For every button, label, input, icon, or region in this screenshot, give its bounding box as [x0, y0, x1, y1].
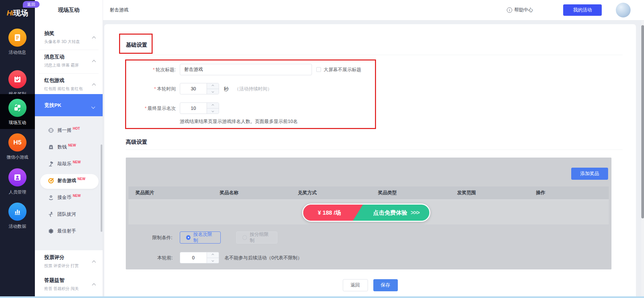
submenu-label: 摇一摇 — [57, 127, 71, 133]
duration-label: *本轮时间 — [104, 86, 176, 92]
new-tag: NEW — [73, 194, 80, 198]
new-tag: NEW — [77, 177, 85, 181]
new-tag: NEW — [68, 143, 76, 147]
add-prize-button[interactable]: 添加奖品 — [571, 168, 608, 180]
submenu-label: 敲敲乐 — [57, 161, 71, 167]
submenu-item-catch-coins[interactable]: 接金币 NEW — [35, 193, 103, 203]
sidebar-group-quiz[interactable]: 答题益智 抢答 答题积分 闯关 — [35, 273, 103, 296]
chevron-up-icon — [93, 282, 95, 288]
group-title: 竞技PK — [44, 102, 61, 109]
rail-label: 人员管理 — [0, 189, 35, 195]
col-prize-image: 奖品图片 — [136, 190, 154, 196]
submenu-item-best-shooter[interactable]: 最佳射手 — [35, 226, 103, 236]
submenu-item-tug-of-war[interactable]: 团队拔河 — [35, 209, 103, 219]
settings-card: 基础设置 *轮次标题: 大屏幕不展示标题 *本轮时间 30 秒 （活动持续时间）… — [104, 24, 636, 298]
group-title: 答题益智 — [44, 277, 96, 284]
rail-item-signup[interactable]: 报名签到 — [0, 70, 35, 97]
sidebar-group-pk-active[interactable]: 竞技PK — [35, 94, 103, 116]
sidebar-group-voting[interactable]: 投票评分 投票 评委评分 打赏 — [35, 250, 103, 273]
stepper-up-button[interactable] — [207, 83, 219, 89]
live-interaction-icon — [8, 99, 26, 117]
final-rank-stepper[interactable]: 10 — [180, 102, 219, 114]
h5-icon-text: H5 — [13, 139, 21, 146]
topbar: 射击游戏 i 帮助中心 我的活动 — [103, 0, 644, 20]
chevron-up-icon — [93, 259, 95, 265]
round-title-input[interactable] — [180, 64, 312, 75]
submenu-label: 最佳射手 — [57, 228, 76, 234]
page-scrollbar[interactable] — [641, 20, 644, 298]
radio-label: 按名次限制 — [194, 231, 215, 244]
back-button[interactable]: 返回 — [343, 279, 368, 291]
promo-price: ¥ 188 /场 — [303, 205, 363, 221]
radio-label: 按分组限制 — [250, 231, 271, 244]
hammer-icon — [48, 161, 54, 167]
required-mark: * — [153, 67, 155, 72]
stepper-up-button[interactable] — [207, 252, 219, 258]
stepper-buttons[interactable] — [207, 252, 219, 263]
col-award-scope: 发奖范围 — [457, 190, 476, 196]
help-center-link[interactable]: i 帮助中心 — [507, 7, 533, 13]
final-rank-label: *最终显示名次 — [104, 105, 176, 112]
group-subtitle: 抢答 答题积分 闯关 — [44, 286, 96, 292]
required-mark: * — [154, 86, 156, 91]
stepper-up-button[interactable] — [207, 103, 219, 109]
limit-by-rank-radio[interactable]: 按名次限制 — [180, 231, 221, 244]
rail-label: 活动信息 — [0, 49, 35, 55]
stepper-down-button[interactable] — [207, 109, 219, 114]
page-scrollbar-thumb[interactable] — [641, 25, 644, 218]
col-actions: 操作 — [536, 190, 545, 196]
submenu-item-shake[interactable]: 摇一摇 HOT — [35, 125, 103, 135]
before-round-value[interactable]: 0 — [180, 252, 207, 263]
promo-cta[interactable]: 点击免费体验 >>> — [363, 205, 429, 221]
prize-panel-locked: 添加奖品 奖品图片 奖品名称 兑奖方式 奖品类型 发奖范围 操作 ¥ 188 /… — [126, 158, 611, 269]
stepper-buttons[interactable] — [207, 103, 219, 114]
rail-label: 现场互动 — [0, 120, 35, 126]
sidebar-group-message[interactable]: 消息互动 消息上墙 弹幕 霸屏 — [35, 50, 103, 73]
section-divider — [126, 55, 623, 55]
submenu-item-shooting-game-active[interactable]: 射击游戏 NEW — [35, 176, 103, 186]
col-prize-name: 奖品名称 — [220, 190, 238, 196]
group-title: 抽奖 — [44, 30, 96, 37]
personnel-icon — [8, 168, 26, 186]
chevron-down-icon — [92, 103, 95, 109]
rail-item-live-interaction[interactable]: 现场互动 — [0, 94, 35, 129]
stepper-down-button[interactable] — [207, 258, 219, 263]
sidebar: 现场互动 抽奖 头像名单 3D 大转盘 消息互动 消息上墙 弹幕 霸屏 红包游戏… — [35, 0, 103, 298]
final-rank-value[interactable]: 10 — [180, 103, 207, 114]
back-badge[interactable]: 返回 — [23, 1, 40, 8]
no-title-checkbox[interactable] — [316, 67, 321, 72]
submenu-item-whack[interactable]: 敲敲乐 NEW — [35, 159, 103, 169]
sidebar-group-redpacket[interactable]: 红包游戏 红包雨 摇红包 套红包 — [35, 73, 103, 94]
stepper-down-button[interactable] — [207, 89, 219, 94]
activity-data-icon — [8, 203, 26, 221]
promo-cta-label: 点击免费体验 — [373, 209, 407, 217]
chevron-up-icon — [212, 104, 214, 107]
user-avatar[interactable] — [616, 3, 631, 17]
duration-stepper[interactable]: 30 — [180, 83, 219, 94]
before-round-label: 本轮前: — [157, 255, 173, 261]
arrows-icon: >>> — [411, 209, 419, 216]
sidebar-group-lottery[interactable]: 抽奖 头像名单 3D 大转盘 — [35, 26, 103, 50]
promo-banner[interactable]: ¥ 188 /场 点击免费体验 >>> — [302, 204, 430, 222]
submenu-item-count-money[interactable]: 数钱 NEW — [35, 142, 103, 152]
round-title-label: *轮次标题: — [104, 67, 176, 73]
rail-item-activity-info[interactable]: 活动信息 — [0, 29, 35, 55]
rail-item-wechat-minigame[interactable]: H5 微信小游戏 — [0, 133, 35, 160]
sidebar-scrollbar[interactable] — [101, 144, 102, 232]
no-title-option[interactable]: 大屏幕不展示标题 — [316, 67, 361, 73]
rail-item-activity-data[interactable]: 活动数据 — [0, 203, 35, 229]
sidebar-title: 现场互动 — [35, 7, 103, 14]
duration-value[interactable]: 30 — [180, 83, 207, 94]
submenu-label: 团队拔河 — [57, 211, 76, 217]
before-round-stepper[interactable]: 0 — [180, 252, 219, 263]
coin-catch-icon — [48, 194, 54, 201]
my-activities-button[interactable]: 我的活动 — [563, 4, 602, 16]
shake-phone-icon — [48, 127, 54, 134]
h5-minigame-icon: H5 — [8, 133, 26, 152]
save-button[interactable]: 保存 — [373, 279, 398, 291]
prize-table-header: 奖品图片 奖品名称 兑奖方式 奖品类型 发奖范围 操作 — [128, 186, 609, 199]
stepper-buttons[interactable] — [207, 83, 219, 94]
advanced-settings-heading: 高级设置 — [126, 139, 147, 146]
rail-item-personnel[interactable]: 人员管理 — [0, 168, 35, 195]
limit-by-group-radio[interactable]: 按分组限制 — [236, 231, 277, 244]
